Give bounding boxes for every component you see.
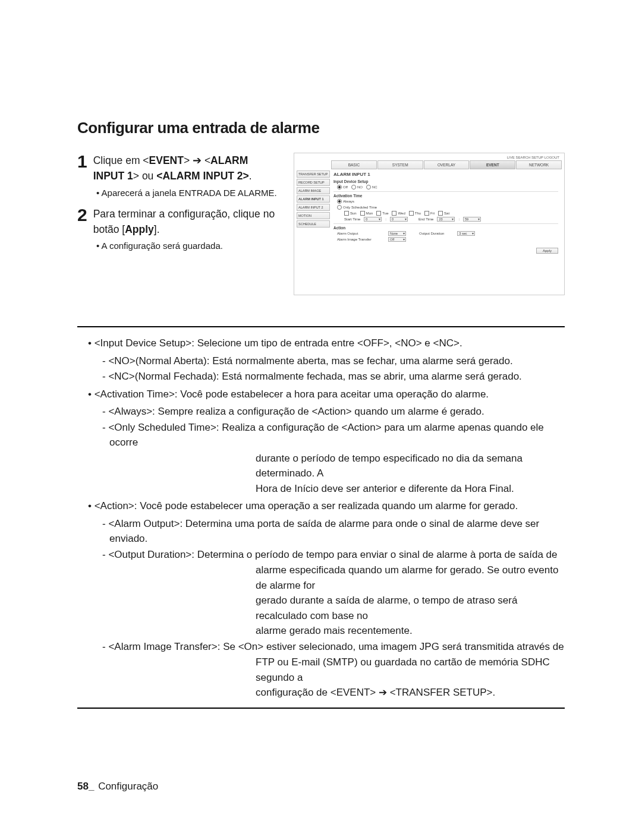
page-number: 58 xyxy=(77,781,89,792)
radio-no[interactable]: NO xyxy=(351,185,363,190)
footer-separator: _ xyxy=(89,781,94,792)
desc-only-scheduled-cont2: Hora de Início deve ser anterior e difer… xyxy=(256,481,565,497)
desc-alarm-image-transfer-cont1: FTP ou E-mail (SMTP) ou guardada no cart… xyxy=(256,655,565,685)
alarm-image-transfer-label: Alarm Image Transfer xyxy=(337,238,385,241)
desc-output-duration-cont1: alarme especificada quando um alarme for… xyxy=(256,563,565,593)
group-input-device: Input Device Setup xyxy=(333,179,558,184)
step-and-screenshot-row: 1 Clique em <EVENT> ➔ <ALARM INPUT 1> ou… xyxy=(77,153,565,295)
alarm-input-2-label: <ALARM INPUT 2> xyxy=(156,170,249,182)
text: > xyxy=(184,154,193,166)
radio-scheduled-label: Only Scheduled Time xyxy=(343,206,377,209)
desc-output-duration: <Output Duration>: Determina o período d… xyxy=(102,547,565,563)
group-activation-time: Activation Time xyxy=(333,194,558,198)
group-action: Action xyxy=(333,226,558,230)
desc-only-scheduled-cont: durante o período de tempo especificado … xyxy=(256,451,565,481)
step-2-sub: A configuração será guardada. xyxy=(96,241,279,251)
day-label: Wed xyxy=(398,211,405,215)
footer-section-name: Configuração xyxy=(98,781,158,792)
section-title: Configurar uma entrada de alarme xyxy=(77,119,565,137)
text: Para terminar a configuração, clique no … xyxy=(93,208,275,235)
alarm-output-label: Alarm Output xyxy=(337,232,385,235)
desc-output-duration-cont2: gerado durante a saída de alarme, o temp… xyxy=(256,593,565,623)
main-tabs: BASIC SYSTEM OVERLAY EVENT NETWORK xyxy=(331,160,562,169)
sidebar-item-alarm-image[interactable]: ALARM IMAGE xyxy=(297,187,330,194)
sidebar-item-record-setup[interactable]: RECORD SETUP xyxy=(297,179,330,186)
panel: ALARM INPUT 1 Input Device Setup Off NO … xyxy=(330,170,562,255)
tab-basic[interactable]: BASIC xyxy=(331,160,377,169)
alarm-output-select[interactable]: None xyxy=(388,231,406,236)
tab-system[interactable]: SYSTEM xyxy=(377,160,423,169)
radio-off[interactable]: Off xyxy=(337,185,348,190)
check-fri[interactable]: Fri xyxy=(424,211,435,216)
step-number: 2 xyxy=(77,206,87,224)
sidebar-item-alarm-input-1[interactable]: ALARM INPUT 1 xyxy=(297,195,330,203)
desc-no: <NO>(Normal Aberta): Está normalmente ab… xyxy=(102,353,565,369)
end-min-select[interactable]: 59 xyxy=(463,217,481,222)
manual-page: Configurar uma entrada de alarme 1 Cliqu… xyxy=(0,0,642,840)
day-label: Mon xyxy=(366,211,373,215)
day-label: Fri xyxy=(430,211,435,215)
radio-scheduled[interactable]: Only Scheduled Time xyxy=(337,205,377,210)
check-sun[interactable]: Sun xyxy=(344,211,357,216)
text: Clique em < xyxy=(93,154,149,166)
desc-only-scheduled: <Only Scheduled Time>: Realiza a configu… xyxy=(102,420,565,450)
desc-alarm-image-transfer: <Alarm Image Transfer>: Se <On> estiver … xyxy=(102,639,565,655)
desc-input-device: <Input Device Setup>: Selecione um tipo … xyxy=(88,336,565,351)
end-hour-select[interactable]: 23 xyxy=(437,217,455,222)
radio-nc-label: NC xyxy=(372,185,377,189)
apply-label: Apply xyxy=(125,223,154,235)
desc-activation-time: <Activation Time>: Você pode estabelecer… xyxy=(88,387,565,402)
radio-no-label: NO xyxy=(357,185,363,189)
step-1-text: Clique em <EVENT> ➔ <ALARM INPUT 1> ou <… xyxy=(93,153,279,184)
page-footer: 58_ Configuração xyxy=(77,781,158,792)
check-thu[interactable]: Thu xyxy=(409,211,421,216)
alarm-image-transfer-select[interactable]: Off xyxy=(388,237,406,242)
steps-column: 1 Clique em <EVENT> ➔ <ALARM INPUT 1> ou… xyxy=(77,153,279,259)
screenshot-alarm-input-setup: LIVE SEARCH SETUP LOGOUT BASIC SYSTEM OV… xyxy=(294,153,565,295)
check-sat[interactable]: Sat xyxy=(438,211,449,216)
desc-always: <Always>: Sempre realiza a configuração … xyxy=(102,404,565,419)
check-wed[interactable]: Wed xyxy=(392,211,405,216)
sidebar-item-transfer-setup[interactable]: TRANSFER SETUP xyxy=(297,170,330,178)
text: ]. xyxy=(154,223,160,235)
arrow-icon: ➔ xyxy=(193,154,202,166)
desc-output-duration-cont3: alarme gerado mais recentemente. xyxy=(256,623,565,639)
apply-button[interactable]: Apply xyxy=(536,248,558,254)
text: . xyxy=(249,170,252,182)
step-2: 2 Para terminar a configuração, clique n… xyxy=(77,206,279,238)
text: > ou xyxy=(133,170,156,182)
day-label: Sat xyxy=(444,211,449,215)
header-links[interactable]: LIVE SEARCH SETUP LOGOUT xyxy=(297,156,562,159)
radio-off-label: Off xyxy=(343,185,348,189)
sidebar-item-motion[interactable]: MOTION xyxy=(297,212,330,219)
desc-action: <Action>: Você pode estabelecer uma oper… xyxy=(88,498,565,514)
step-2-text: Para terminar a configuração, clique no … xyxy=(93,206,279,238)
event-label: EVENT xyxy=(149,154,184,166)
radio-always-label: Always xyxy=(343,200,354,203)
desc-nc: <NC>(Normal Fechada): Está normalmente f… xyxy=(102,369,565,384)
sidebar: TRANSFER SETUP RECORD SETUP ALARM IMAGE … xyxy=(297,170,330,255)
desc-alarm-output: <Alarm Output>: Determina uma porta de s… xyxy=(102,516,565,547)
start-min-select[interactable]: 0 xyxy=(390,217,408,222)
radio-nc[interactable]: NC xyxy=(366,185,377,190)
sidebar-item-schedule[interactable]: SCHEDULE xyxy=(297,220,330,228)
output-duration-select[interactable]: 3 sec xyxy=(457,231,475,236)
radio-always[interactable]: Always xyxy=(337,199,354,204)
end-time-label: End Time xyxy=(418,217,433,221)
step-1: 1 Clique em <EVENT> ➔ <ALARM INPUT 1> ou… xyxy=(77,153,279,184)
step-number: 1 xyxy=(77,153,87,170)
day-label: Tue xyxy=(382,211,388,215)
sidebar-item-alarm-input-2[interactable]: ALARM INPUT 2 xyxy=(297,204,330,211)
tab-event[interactable]: EVENT xyxy=(470,160,515,169)
check-tue[interactable]: Tue xyxy=(376,211,388,216)
tab-network[interactable]: NETWORK xyxy=(516,160,562,169)
day-label: Thu xyxy=(415,211,421,215)
tab-overlay[interactable]: OVERLAY xyxy=(424,160,470,169)
start-hour-select[interactable]: 0 xyxy=(364,217,382,222)
panel-title: ALARM INPUT 1 xyxy=(333,172,558,177)
check-mon[interactable]: Mon xyxy=(360,211,373,216)
output-duration-label: Output Duration xyxy=(419,232,444,235)
desc-alarm-image-transfer-cont2: configuração de <EVENT> ➔ <TRANSFER SETU… xyxy=(256,685,565,700)
text: < xyxy=(202,154,210,166)
start-time-label: Start Time xyxy=(344,217,360,221)
